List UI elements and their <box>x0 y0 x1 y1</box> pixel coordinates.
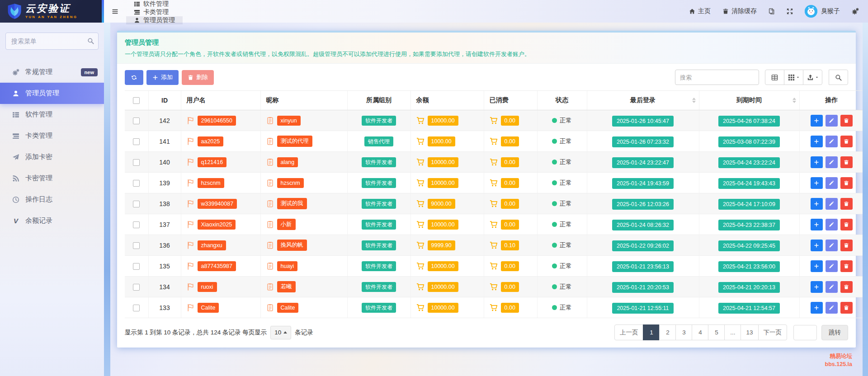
row-edit-button[interactable] <box>826 281 838 293</box>
sort-arrows[interactable] <box>793 98 796 103</box>
sidebar-item[interactable]: 操作日志 <box>0 189 104 210</box>
row-add-button[interactable] <box>811 281 823 293</box>
balance-badge: 10000.00 <box>428 261 458 271</box>
footer-forum-link[interactable]: 精易论坛 <box>117 352 852 361</box>
jump-page-input[interactable] <box>793 325 817 340</box>
row-edit-button[interactable] <box>826 115 838 127</box>
row-add-button[interactable] <box>811 136 823 147</box>
sort-arrows[interactable] <box>692 98 696 103</box>
nav-tab[interactable]: 软件管理 <box>126 0 183 8</box>
sidebar-item[interactable]: 软件管理 <box>0 104 104 125</box>
row-add-button[interactable] <box>811 240 823 251</box>
row-delete-button[interactable] <box>840 219 853 230</box>
footer-url-link[interactable]: bbs.125.la <box>117 361 852 369</box>
fullscreen-button[interactable] <box>787 8 793 14</box>
page-button[interactable]: 2 <box>659 324 676 340</box>
row-edit-button[interactable] <box>826 240 838 251</box>
row-delete-button[interactable] <box>840 156 853 168</box>
row-checkbox[interactable] <box>133 242 140 249</box>
next-page-button[interactable]: 下一页 <box>758 324 788 340</box>
cell-checkbox <box>125 131 148 152</box>
select-all-checkbox[interactable] <box>133 97 140 104</box>
sidebar-toggle-button[interactable] <box>104 0 126 23</box>
row-delete-button[interactable] <box>840 302 853 314</box>
page-button[interactable]: 3 <box>675 324 692 340</box>
toggle-view-button[interactable] <box>765 70 784 85</box>
sidebar-item[interactable]: V余额记录 <box>0 210 104 231</box>
delete-button[interactable]: 删除 <box>182 70 214 85</box>
columns-button[interactable] <box>784 70 803 85</box>
home-link[interactable]: 主页 <box>689 7 711 15</box>
row-checkbox[interactable] <box>133 201 140 207</box>
balance-badge: 9999.90 <box>428 240 455 250</box>
nav-tab[interactable]: 卡类管理 <box>126 8 183 16</box>
row-edit-button[interactable] <box>826 136 838 147</box>
row-delete-button[interactable] <box>840 115 853 127</box>
page-size-select[interactable]: 10 <box>270 326 291 339</box>
page-button[interactable]: 5 <box>708 324 725 340</box>
cell-status: 正常 <box>537 131 587 152</box>
cell-status: 正常 <box>537 214 587 235</box>
row-checkbox[interactable] <box>133 263 140 270</box>
cell-expires: 2025-03-08 07:22:39 <box>699 131 799 152</box>
row-checkbox[interactable] <box>133 138 140 145</box>
prev-page-button[interactable]: 上一页 <box>614 324 644 340</box>
row-delete-button[interactable] <box>840 198 853 210</box>
row-add-button[interactable] <box>811 156 823 168</box>
clear-cache-link[interactable]: 清除缓存 <box>722 7 757 15</box>
row-edit-button[interactable] <box>826 198 838 210</box>
refresh-button[interactable] <box>125 70 143 85</box>
th-list-icon <box>12 111 19 118</box>
page-button[interactable]: 13 <box>741 324 758 340</box>
add-button[interactable]: 添加 <box>146 70 179 85</box>
settings-button[interactable] <box>852 8 859 15</box>
sidebar-item[interactable]: 管理员管理 <box>0 83 104 104</box>
row-add-button[interactable] <box>811 198 823 210</box>
row-add-button[interactable] <box>811 115 823 127</box>
row-delete-button[interactable] <box>840 136 853 147</box>
page-button[interactable]: 4 <box>692 324 708 340</box>
window-scrollbar[interactable] <box>863 23 868 376</box>
search-toggle-button[interactable] <box>829 70 848 85</box>
flag-icon <box>187 117 194 124</box>
row-edit-button[interactable] <box>826 260 838 272</box>
jump-button[interactable]: 跳转 <box>821 325 848 340</box>
v-icon: V <box>12 217 19 225</box>
row-delete-button[interactable] <box>840 240 853 251</box>
table-search-input[interactable] <box>675 70 759 85</box>
row-checkbox[interactable] <box>133 305 140 311</box>
row-delete-button[interactable] <box>840 281 853 293</box>
flag-icon <box>187 200 194 207</box>
row-add-button[interactable] <box>811 177 823 189</box>
row-checkbox[interactable] <box>133 118 140 124</box>
row-delete-button[interactable] <box>840 177 853 189</box>
page-button[interactable]: 1 <box>643 324 660 340</box>
cell-checkbox <box>125 193 148 214</box>
row-checkbox[interactable] <box>133 284 140 291</box>
row-delete-button[interactable] <box>840 260 853 272</box>
row-add-button[interactable] <box>811 302 823 314</box>
nickname-badge: 小新 <box>277 219 296 230</box>
row-edit-button[interactable] <box>826 219 838 230</box>
expires-badge: 2025-04-24 23:22:24 <box>718 157 780 168</box>
docs-button[interactable] <box>769 8 775 14</box>
sidebar-search-input[interactable] <box>5 33 99 50</box>
row-edit-button[interactable] <box>826 302 838 314</box>
table-row: 136zhangxu挽风的帆软件开发者9999.900.10正常2025-01-… <box>125 235 863 256</box>
sidebar-item[interactable]: 添加卡密 <box>0 146 104 168</box>
row-checkbox[interactable] <box>133 159 140 166</box>
nav-tab[interactable]: 管理员管理 <box>126 16 183 24</box>
sidebar-item[interactable]: 卡类管理 <box>0 125 104 146</box>
sidebar-item[interactable]: 卡密管理 <box>0 168 104 189</box>
sidebar-scrollbar[interactable] <box>104 23 110 376</box>
row-checkbox[interactable] <box>133 221 140 228</box>
row-edit-button[interactable] <box>826 177 838 189</box>
plus-icon <box>814 305 819 310</box>
export-button[interactable] <box>803 70 822 85</box>
row-add-button[interactable] <box>811 219 823 230</box>
sidebar-item[interactable]: 常规管理new <box>0 61 104 83</box>
row-edit-button[interactable] <box>826 156 838 168</box>
row-checkbox[interactable] <box>133 180 140 187</box>
user-menu[interactable]: 臭猴子 <box>805 5 840 18</box>
row-add-button[interactable] <box>811 260 823 272</box>
